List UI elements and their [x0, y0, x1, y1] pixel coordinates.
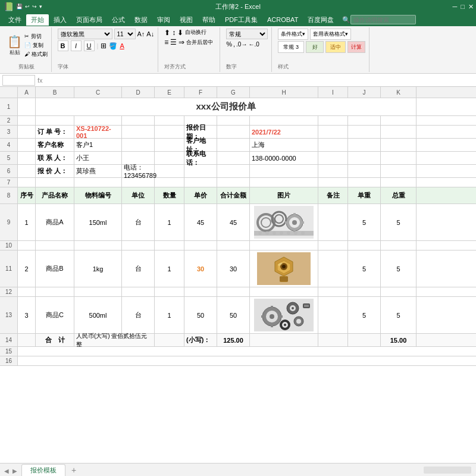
increase-decimal-button[interactable]: .0→: [236, 41, 247, 48]
neutral-style[interactable]: 适中: [325, 41, 346, 53]
cell-qty-2[interactable]: 1: [155, 250, 184, 287]
cell-order-value[interactable]: XS-210722-001: [74, 126, 122, 138]
cell-a1[interactable]: [18, 98, 36, 115]
cell-customer-label[interactable]: 客户名称: [36, 139, 74, 151]
number-format-select[interactable]: 常规: [226, 29, 268, 39]
cell-sku-3[interactable]: 500ml: [74, 297, 122, 333]
col-header-g[interactable]: G: [217, 87, 250, 98]
align-middle-button[interactable]: ↕: [172, 29, 176, 37]
cell-quoter-label[interactable]: 报 价 人：: [36, 165, 74, 177]
cell-weight2-3[interactable]: 5: [381, 297, 416, 333]
col-header-a[interactable]: A: [18, 87, 36, 98]
cell-contact-label[interactable]: 联 系 人：: [36, 152, 74, 164]
scroll-bar[interactable]: [424, 466, 471, 474]
scroll-left-button[interactable]: ◀: [2, 465, 11, 476]
cell-qty-3[interactable]: 1: [155, 297, 184, 333]
conditional-format-button[interactable]: 条件格式▾: [278, 29, 308, 40]
cell-phone-value[interactable]: 138-0000-0000: [250, 152, 318, 164]
copy-button[interactable]: 📄 复制: [24, 42, 48, 49]
normal-style[interactable]: 常规 3: [278, 41, 304, 53]
menu-acrobat[interactable]: ACROBAT: [262, 15, 303, 24]
col-header-j[interactable]: J: [348, 87, 381, 98]
menu-layout[interactable]: 页面布局: [71, 14, 107, 26]
cell-seq-3[interactable]: 3: [18, 297, 36, 333]
cell-sum-label[interactable]: 合 计: [36, 334, 74, 346]
cell-seq-2[interactable]: 2: [18, 250, 36, 287]
menu-help[interactable]: 帮助: [198, 14, 220, 26]
table-format-button[interactable]: 套用表格格式▾: [310, 29, 351, 40]
search-input[interactable]: [350, 15, 416, 24]
align-center-button[interactable]: ☰: [170, 38, 177, 46]
menu-home[interactable]: 开始: [26, 14, 49, 26]
cell-qty-1[interactable]: 1: [155, 204, 184, 240]
cell-order-label[interactable]: 订 单 号：: [36, 126, 74, 138]
cell-sku-1[interactable]: 150ml: [74, 204, 122, 240]
menu-data[interactable]: 数据: [130, 14, 152, 26]
cell-weight2-2[interactable]: 5: [381, 250, 416, 287]
col-header-seq[interactable]: 序号: [18, 187, 36, 203]
format-painter-button[interactable]: 🖌 格式刷: [24, 51, 48, 58]
cell-sku-2[interactable]: 1kg: [74, 250, 122, 287]
menu-insert[interactable]: 插入: [49, 14, 71, 26]
bold-button[interactable]: B: [58, 40, 68, 51]
cell-phone-label[interactable]: 联系电话：: [184, 152, 217, 164]
merge-cells-button[interactable]: 合并后居中: [186, 39, 213, 46]
cell-total-weight[interactable]: 15.00: [381, 334, 416, 346]
cell-name-3[interactable]: 商品C: [36, 297, 74, 333]
menu-view[interactable]: 视图: [175, 14, 198, 26]
cell-unit-3[interactable]: 台: [122, 297, 155, 333]
cut-button[interactable]: ✂ 剪切: [24, 33, 48, 40]
cell-note-3[interactable]: [318, 297, 348, 333]
cell-price-3[interactable]: 50: [184, 297, 217, 333]
col-header-e[interactable]: E: [155, 87, 184, 98]
formula-input[interactable]: [45, 76, 474, 84]
decrease-font-button[interactable]: A↓: [146, 30, 154, 37]
cell-sum-rmb[interactable]: 人民币(大写) 壹佰贰拾伍元整: [74, 334, 155, 346]
cell-image-2[interactable]: [250, 250, 318, 287]
col-header-c[interactable]: C: [74, 87, 122, 98]
col-header-f[interactable]: F: [184, 87, 217, 98]
cell-price-1[interactable]: 45: [184, 204, 217, 240]
cell-customer-value[interactable]: 客户1: [74, 139, 122, 151]
cell-reference-input[interactable]: S11: [2, 75, 35, 86]
comma-button[interactable]: ,: [233, 40, 235, 48]
cell-weight1-1[interactable]: 5: [348, 204, 381, 240]
cell-weight1-3[interactable]: 5: [348, 297, 381, 333]
cell-name-2[interactable]: 商品B: [36, 250, 74, 287]
cell-quoter-phone[interactable]: 电话：123456789: [122, 165, 155, 177]
increase-font-button[interactable]: A↑: [137, 30, 145, 37]
cell-sum-small-label[interactable]: (小写)：: [184, 334, 217, 346]
col-header-i[interactable]: I: [318, 87, 348, 98]
bad-style[interactable]: 计算: [347, 41, 365, 53]
col-header-price[interactable]: 单价: [184, 187, 217, 203]
menu-formula[interactable]: 公式: [107, 14, 130, 26]
cell-weight1-2[interactable]: 5: [348, 250, 381, 287]
wrap-text-button[interactable]: 自动换行: [185, 29, 206, 37]
percent-button[interactable]: %: [226, 40, 232, 48]
menu-baidu[interactable]: 百度网盘: [303, 14, 339, 26]
cell-total-2[interactable]: 30: [217, 250, 250, 287]
cell-image-3[interactable]: [250, 297, 318, 333]
menu-review[interactable]: 审阅: [152, 14, 175, 26]
paste-button[interactable]: 📋 粘贴: [6, 33, 23, 58]
border-button[interactable]: ⊞: [101, 42, 107, 50]
cell-seq-1[interactable]: 1: [18, 204, 36, 240]
cell-note-2[interactable]: [318, 250, 348, 287]
col-header-k[interactable]: K: [381, 87, 416, 98]
cell-title[interactable]: xxx公司报价单: [36, 98, 416, 115]
align-left-button[interactable]: ≡: [164, 38, 168, 46]
italic-button[interactable]: I: [71, 40, 82, 51]
cell-unit-1[interactable]: 台: [122, 204, 155, 240]
align-right-button[interactable]: ⇒: [178, 38, 184, 46]
menu-pdf[interactable]: PDF工具集: [220, 14, 262, 26]
font-size-select[interactable]: 11: [114, 29, 136, 39]
cell-image-1[interactable]: [250, 204, 318, 240]
col-header-unit[interactable]: 单位: [122, 187, 155, 203]
col-header-image[interactable]: 图片: [250, 187, 318, 203]
underline-button[interactable]: U: [84, 40, 95, 51]
menu-file[interactable]: 文件: [4, 14, 26, 26]
col-header-note[interactable]: 备注: [318, 187, 348, 203]
cell-contact-value[interactable]: 小王: [74, 152, 122, 164]
font-color-button[interactable]: A: [120, 42, 124, 49]
col-header-d[interactable]: D: [122, 87, 155, 98]
